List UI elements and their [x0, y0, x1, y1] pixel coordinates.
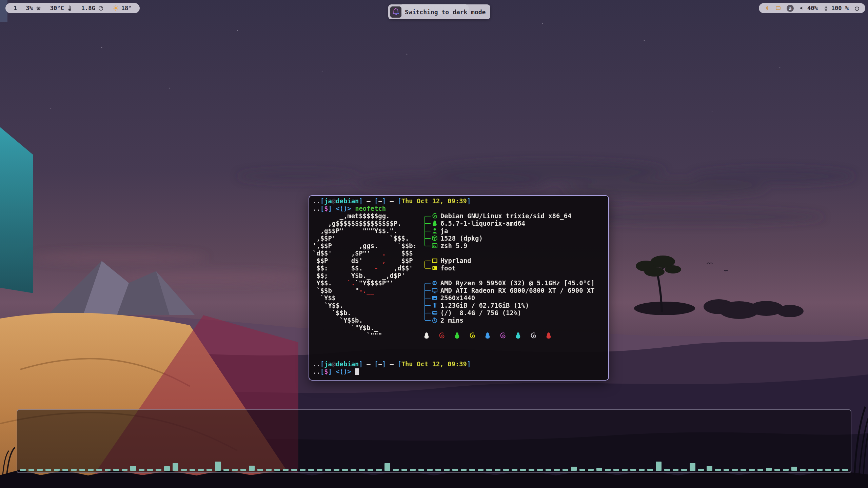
viz-bar: [418, 469, 424, 471]
viz-bar: [596, 468, 602, 471]
viz-bar: [444, 469, 450, 471]
terminal-cursor: [355, 368, 359, 375]
prompt-segment: [: [320, 197, 324, 205]
info-row: ├─868x488: [423, 294, 595, 302]
tree-connector: ╭─: [423, 279, 431, 287]
tree-connector: ╭─: [423, 212, 431, 220]
notification-toast[interactable]: Switching to dark mode: [388, 4, 490, 19]
viz-bar: [800, 469, 806, 471]
info-value: AMD Ryzen 9 5950X (32) @ 5.1GHz [45.0°C]: [440, 279, 595, 287]
viz-bar: [452, 469, 458, 471]
terminal-icon: [431, 265, 438, 271]
viz-bar: [571, 467, 577, 471]
shell-icon: [431, 242, 438, 249]
tree-connector: ╰─: [423, 264, 431, 272]
info-value: 868x488: [440, 294, 475, 302]
weather-widget[interactable]: 18°: [113, 5, 132, 12]
info-value: 2 mins: [440, 317, 463, 324]
info-value: (/) 8.4G / 75G (12%): [440, 309, 521, 317]
viz-bar: [698, 469, 704, 471]
screen-share-icon[interactable]: [775, 5, 781, 11]
power-icon[interactable]: [854, 5, 860, 11]
palette-swatch-debian-swirl: [499, 331, 514, 340]
viz-bar: [173, 463, 178, 471]
palette-swatch-tux: [423, 331, 438, 340]
thermometer-icon: [67, 5, 73, 11]
memory-widget[interactable]: 1.8G: [81, 5, 104, 12]
viz-bar: [546, 469, 551, 471]
info-value: 1.23GiB / 62.71GiB (1%): [440, 302, 529, 309]
info-row: ╰─zsh 5.9: [423, 242, 595, 249]
viz-bar: [368, 469, 373, 471]
info-row: ╭─Debian GNU/Linux trixie/sid x86_64: [423, 212, 595, 220]
temperature-widget[interactable]: 30°C: [50, 5, 73, 12]
viz-bar: [28, 469, 34, 471]
viz-bar: [190, 469, 195, 471]
viz-bar: [537, 469, 543, 471]
viz-bar: [308, 469, 314, 471]
viz-bar: [45, 469, 51, 471]
volume-widget[interactable]: 40%: [799, 5, 818, 12]
command-line: ..[$] <()> neofetch: [313, 205, 605, 212]
viz-bar: [130, 466, 136, 471]
info-section: ╭─Hyprland╰─foot: [423, 257, 595, 272]
viz-bar: [673, 469, 678, 471]
input-line[interactable]: ..[$] <()>: [313, 368, 471, 375]
weather-temp: 18°: [121, 5, 132, 12]
info-row: ├─(/) 8.4G / 75G (12%): [423, 309, 595, 317]
viz-bar: [503, 469, 509, 471]
desktop: 1 3% 30°C 1.8G 18°: [0, 0, 868, 488]
viz-bar: [266, 469, 272, 471]
palette-swatch-debian-swirl: [438, 331, 453, 340]
tree-connector: ╰─: [423, 242, 431, 249]
bottom-prompt: ..[ja@debian] – [~] – [Thu Oct 12, 09:39…: [313, 360, 471, 375]
prompt-segment: ]: [359, 197, 363, 205]
cpu-value: 3%: [26, 5, 33, 12]
viz-bar: [749, 469, 755, 471]
bluetooth-icon[interactable]: [764, 5, 770, 11]
viz-bar: [156, 469, 161, 471]
viz-bar: [605, 469, 611, 471]
prompt-segment: ..: [313, 205, 320, 212]
viz-bar: [232, 469, 238, 471]
terminal-window[interactable]: ..[ja@debian] – [~] – [Thu Oct 12, 09:39…: [309, 195, 609, 381]
info-value: Debian GNU/Linux trixie/sid x86_64: [440, 212, 572, 220]
viz-bar: [478, 469, 484, 471]
prompt-segment: ]: [467, 197, 471, 205]
info-value: zsh 5.9: [440, 242, 468, 249]
microphone-value: 100 %: [831, 5, 849, 12]
keyboard-layout-indicator[interactable]: a: [787, 5, 794, 12]
microphone-widget[interactable]: 100 %: [823, 5, 849, 12]
viz-bar: [486, 469, 492, 471]
viz-bar: [139, 469, 144, 471]
uptime-icon: [431, 317, 438, 324]
prompt-segment: –: [386, 360, 397, 368]
viz-bar: [376, 469, 382, 471]
prompt-segment: debian: [336, 360, 359, 368]
viz-bar: [20, 469, 26, 471]
prompt-line-top: ..[ja@debian] – [~] – [Thu Oct 12, 09:39…: [313, 197, 605, 205]
viz-bar: [664, 469, 670, 471]
prompt-segment: $: [324, 205, 328, 212]
statusbar-left: 1 3% 30°C 1.8G 18°: [5, 3, 140, 13]
cpu-widget[interactable]: 3%: [26, 5, 41, 12]
viz-bar: [656, 462, 662, 471]
palette-swatch-tux: [453, 331, 469, 340]
prompt-segment: ]: [467, 360, 471, 368]
tree-connector: ├─: [423, 227, 431, 235]
tree-connector: ├─: [423, 287, 431, 294]
prompt-segment: –: [363, 360, 374, 368]
prompt-segment: $: [324, 368, 328, 375]
prompt-segment: <()>: [336, 205, 351, 212]
viz-bar: [164, 466, 170, 471]
viz-bar: [300, 469, 305, 471]
notification-bell-badge: [390, 6, 401, 18]
tree-connector: ├─: [423, 220, 431, 227]
viz-bar: [791, 467, 797, 471]
workspace-indicator[interactable]: 1: [14, 5, 17, 12]
viz-bar: [766, 468, 772, 471]
viz-bar: [249, 466, 255, 471]
viz-bar: [707, 466, 712, 471]
viz-bar: [613, 469, 619, 471]
viz-bar: [342, 469, 348, 471]
